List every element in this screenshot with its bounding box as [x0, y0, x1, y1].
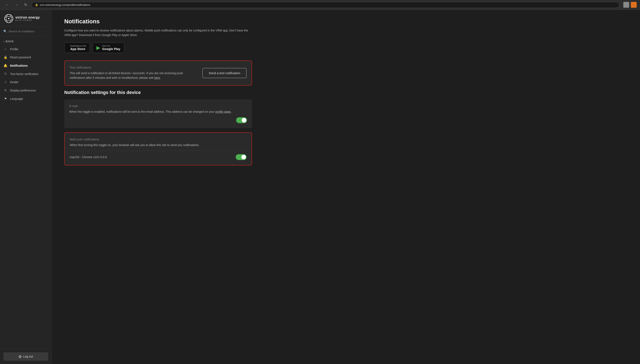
notification-settings-title: Notification settings for this device	[64, 90, 627, 95]
url-text: vrm.victronenergy.com/profile/notificati…	[40, 3, 90, 6]
sidebar-item-label: Profile	[10, 48, 18, 51]
svg-point-3	[8, 18, 10, 19]
search-installation-input[interactable]: 🔍 Search an installation	[3, 30, 48, 33]
browser-action-gray[interactable]	[623, 2, 629, 8]
web-push-card: Web push notifications When first turnin…	[64, 132, 252, 166]
profile-page-link[interactable]: profile page.	[215, 110, 231, 113]
test-notifications-content: Test notifications This will send a noti…	[70, 66, 197, 80]
app-store-button[interactable]: Download on the App Store	[64, 42, 90, 53]
nav-forward-button[interactable]: →	[13, 2, 20, 8]
google-play-large-label: Google Play	[102, 47, 120, 51]
nav-back-button[interactable]: ←	[3, 2, 11, 8]
star-icon: ☆	[3, 80, 8, 84]
google-play-text: Get it on Google Play	[102, 45, 120, 51]
sidebar-logo: victron energy BLUE POWER	[0, 10, 52, 27]
back-button[interactable]: ‹ BACK	[0, 38, 52, 45]
search-placeholder: Search an installation	[9, 30, 35, 33]
web-push-device-row: macOS - Chrome v107.0.0.0	[70, 154, 247, 160]
web-push-toggle[interactable]	[236, 154, 247, 160]
sidebar: victron energy BLUE POWER 🔍 Search an in…	[0, 10, 52, 364]
sidebar-item-label: Language	[10, 97, 23, 100]
main-content: Notifications Configure how you want to …	[52, 10, 640, 364]
power-icon: ⏻	[19, 355, 22, 358]
sidebar-item-two-factor[interactable]: 🛡 Two-factor verification	[0, 70, 52, 78]
search-icon: 🔍	[3, 30, 7, 33]
sidebar-item-profile[interactable]: ○ Profile	[0, 45, 52, 53]
logo-subtitle: BLUE POWER	[16, 20, 40, 22]
flag-icon: ⚑	[3, 97, 8, 101]
sidebar-item-label: Display preferences	[10, 89, 36, 92]
device-label: macOS - Chrome v107.0.0.0	[70, 156, 107, 159]
victron-logo-icon	[4, 14, 13, 23]
sidebar-item-label: Reset password	[10, 56, 31, 59]
test-notifications-label: Test notifications	[70, 66, 197, 69]
web-push-toggle-slider	[236, 154, 247, 160]
page-title: Notifications	[64, 18, 627, 25]
shield-icon: 🛡	[3, 72, 8, 76]
web-push-description: When first turning this toggle on, your …	[70, 143, 247, 147]
page-description: Configure how you want to receive notifi…	[64, 28, 252, 38]
sidebar-item-label: Two-factor verification	[10, 72, 38, 76]
nav-refresh-button[interactable]: ↻	[23, 2, 29, 8]
sidebar-item-dealer[interactable]: ☆ Dealer	[0, 78, 52, 86]
profile-icon: ○	[3, 47, 8, 51]
sidebar-item-notifications[interactable]: 🔔 Notifications	[0, 62, 52, 70]
lock-icon: 🔒	[3, 56, 8, 59]
sidebar-item-reset-password[interactable]: 🔒 Reset password	[0, 53, 52, 62]
play-icon: ▶	[96, 45, 100, 51]
logout-label: Log out	[23, 355, 33, 358]
app-buttons: Download on the App Store ▶ Get it on Go…	[64, 42, 627, 53]
logo-name: victron energy	[16, 16, 40, 20]
browser-action-orange[interactable]	[631, 2, 637, 8]
app-store-small-label: Download on the	[70, 45, 86, 47]
sidebar-nav: ‹ BACK ○ Profile 🔒 Reset password 🔔 Noti…	[0, 36, 52, 349]
google-play-small-label: Get it on	[102, 45, 120, 47]
sidebar-item-display-preferences[interactable]: ✎ Display preferences	[0, 86, 52, 94]
email-toggle[interactable]	[236, 117, 247, 123]
email-toggle-wrap	[69, 117, 247, 123]
back-chevron-icon: ‹	[3, 40, 5, 43]
app-store-large-label: App Store	[70, 47, 86, 51]
test-notifications-card: Test notifications This will send a noti…	[64, 60, 252, 86]
email-description: When the toggle is enabled, notification…	[69, 110, 247, 114]
test-notifications-description: This will send a notification to all lin…	[70, 71, 197, 80]
browser-actions	[623, 2, 637, 8]
address-bar[interactable]: 🔒 vrm.victronenergy.com/profile/notifica…	[32, 2, 619, 8]
email-label: E-mail	[69, 104, 247, 108]
sidebar-item-language[interactable]: ⚑ Language	[0, 94, 52, 103]
web-push-label: Web push notifications	[70, 138, 247, 141]
sidebar-item-label: Notifications	[10, 64, 28, 67]
sidebar-logout: ⏻ Log out	[0, 349, 52, 364]
back-label: BACK	[6, 40, 14, 43]
app-store-text: Download on the App Store	[70, 45, 86, 51]
email-toggle-slider	[236, 117, 247, 123]
pencil-icon: ✎	[3, 88, 8, 92]
sidebar-item-label: Dealer	[10, 80, 19, 84]
app-container: victron energy BLUE POWER 🔍 Search an in…	[0, 10, 640, 364]
email-notification-card: E-mail When the toggle is enabled, notif…	[64, 100, 252, 128]
lock-icon: 🔒	[35, 3, 38, 6]
bell-icon: 🔔	[3, 64, 8, 68]
troubleshoot-link[interactable]: here	[154, 76, 160, 80]
send-test-notification-button[interactable]: Send a test notification	[202, 68, 247, 78]
browser-chrome: ← → ↻ 🔒 vrm.victronenergy.com/profile/no…	[0, 0, 640, 10]
logout-button[interactable]: ⏻ Log out	[3, 352, 48, 361]
search-area[interactable]: 🔍 Search an installation	[0, 27, 52, 36]
google-play-button[interactable]: ▶ Get it on Google Play	[92, 42, 124, 53]
